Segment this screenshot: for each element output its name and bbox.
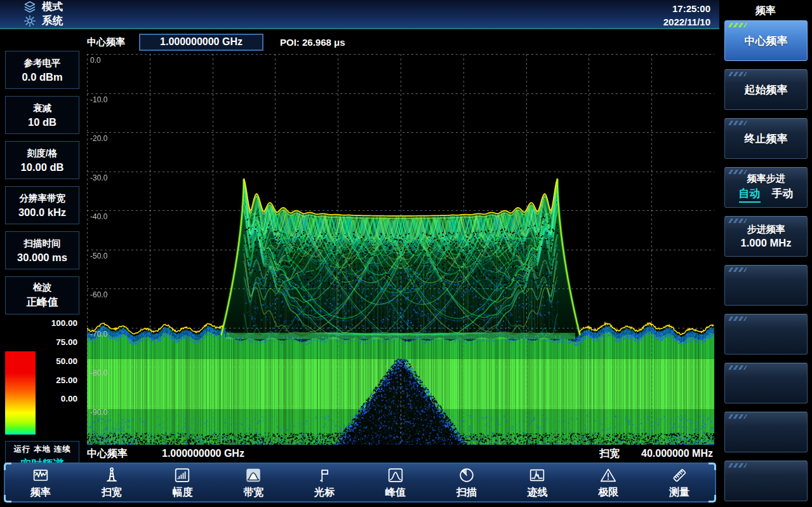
measure-icon bbox=[670, 466, 689, 485]
toolbar-button-label: 测量 bbox=[669, 486, 689, 499]
toolbar-button-label: 迹线 bbox=[527, 486, 547, 499]
span-icon bbox=[102, 466, 121, 485]
softkey-frequency-step-mode[interactable]: 频率步进自动手动 bbox=[724, 167, 808, 208]
center-frequency-bar: 中心频率 1.000000000 GHz POI: 26.968 μs bbox=[87, 30, 714, 53]
softkey-corner-stripes-icon bbox=[728, 414, 747, 419]
trace-icon bbox=[528, 466, 547, 485]
softkey-option-自动[interactable]: 自动 bbox=[739, 186, 761, 203]
colorbar-tick: 100.00 bbox=[38, 318, 77, 328]
toolbar-button-扫宽[interactable]: 扫宽 bbox=[76, 464, 147, 501]
softkey-panel-title: 频率 bbox=[719, 4, 812, 18]
amplitude-icon bbox=[173, 466, 192, 485]
softkey-step-frequency[interactable]: 步进频率1.000 MHz bbox=[724, 216, 808, 257]
readout-value: 10.00 dB bbox=[21, 161, 64, 173]
softkey-option-手动[interactable]: 手动 bbox=[772, 186, 794, 203]
readout-3: 刻度/格10.00 dB bbox=[5, 141, 79, 179]
y-axis-label: -80.0 bbox=[90, 368, 107, 377]
readout-label: 衰减 bbox=[33, 102, 51, 114]
poi-readout: POI: 26.968 μs bbox=[280, 37, 345, 48]
y-axis-label: -10.0 bbox=[90, 95, 107, 104]
toolbar-button-label: 峰值 bbox=[385, 486, 406, 499]
toolbar-button-label: 光标 bbox=[314, 486, 335, 499]
toolbar-corner-accent bbox=[4, 495, 11, 503]
toolbar-button-测量[interactable]: 测量 bbox=[644, 464, 715, 501]
y-axis-label: -90.0 bbox=[90, 408, 107, 417]
peak-icon bbox=[386, 466, 405, 485]
toolbar-button-label: 带宽 bbox=[243, 486, 263, 499]
menu-item-系统[interactable]: 系统 bbox=[23, 14, 63, 28]
colorbar-tick: 50.00 bbox=[38, 356, 77, 366]
softkey-corner-stripes-icon bbox=[728, 170, 747, 174]
toolbar-button-幅度[interactable]: 幅度 bbox=[147, 464, 218, 501]
colorbar-tick: 25.00 bbox=[38, 375, 77, 385]
toolbar-button-扫描[interactable]: 扫描 bbox=[431, 464, 502, 501]
softkey-start-frequency[interactable]: 起始频率 bbox=[724, 69, 808, 110]
spectrum-analyzer-app: 文件模式系统截屏 17:25:00 2022/11/10 中心频率 1.0000… bbox=[0, 0, 812, 507]
center-frequency-label: 中心频率 bbox=[87, 36, 125, 48]
softkey-center-frequency[interactable]: 中心频率 bbox=[724, 20, 808, 61]
softkey-blank-2 bbox=[724, 314, 808, 355]
readout-value: 30.000 ms bbox=[17, 252, 67, 264]
y-axis-label: 0.0 bbox=[90, 56, 101, 65]
run-status-text: 运行 本地 连续 bbox=[14, 444, 71, 455]
menu-item-label: 模式 bbox=[42, 0, 63, 14]
softkey-label: 中心频率 bbox=[745, 34, 788, 48]
readout-value: 10 dB bbox=[28, 116, 57, 128]
date-text: 2022/11/10 bbox=[663, 15, 710, 29]
softkey-corner-stripes-icon bbox=[728, 121, 747, 125]
softkey-corner-stripes-icon bbox=[728, 72, 747, 76]
softkey-corner-stripes-icon bbox=[728, 463, 747, 468]
readout-5: 扫描时间30.000 ms bbox=[5, 231, 79, 269]
y-axis-label: -30.0 bbox=[90, 173, 107, 182]
clock: 17:25:00 2022/11/10 bbox=[663, 2, 710, 29]
readout-label: 检波 bbox=[33, 281, 51, 294]
softkey-label: 频率步进 bbox=[747, 173, 785, 185]
y-axis-label: -40.0 bbox=[90, 212, 107, 221]
softkey-label: 步进频率 bbox=[747, 224, 785, 236]
toolbar-button-label: 扫宽 bbox=[102, 486, 122, 499]
toolbar-button-迹线[interactable]: 迹线 bbox=[502, 464, 573, 501]
softkey-blank-1 bbox=[724, 265, 808, 306]
toolbar-button-频率[interactable]: 频率 bbox=[5, 464, 76, 501]
readout-label: 分辨率带宽 bbox=[19, 193, 65, 205]
menu-item-模式[interactable]: 模式 bbox=[23, 0, 63, 14]
footer-center-frequency-value: 1.000000000 GHz bbox=[162, 448, 244, 459]
time-text: 17:25:00 bbox=[663, 2, 710, 15]
softkey-corner-stripes-icon bbox=[728, 23, 747, 27]
mode-icon bbox=[23, 0, 37, 14]
bandwidth-icon bbox=[244, 466, 263, 485]
readout-1: 参考电平0.0 dBm bbox=[5, 51, 79, 89]
softkey-label: 终止频率 bbox=[745, 132, 788, 146]
density-colorbar bbox=[5, 351, 36, 435]
function-toolbar: 频率扫宽幅度带宽光标峰值扫描迹线极限测量 bbox=[4, 463, 716, 503]
toolbar-button-峰值[interactable]: 峰值 bbox=[360, 464, 431, 501]
footer-span-label: 扫宽 bbox=[599, 447, 620, 461]
toolbar-button-带宽[interactable]: 带宽 bbox=[218, 464, 289, 501]
center-frequency-input[interactable]: 1.000000000 GHz bbox=[139, 34, 263, 51]
softkey-corner-stripes-icon bbox=[728, 219, 747, 223]
y-axis-label: -20.0 bbox=[90, 134, 107, 143]
toolbar-button-极限[interactable]: 极限 bbox=[573, 464, 644, 501]
y-axis-label: -50.0 bbox=[90, 252, 107, 260]
softkey-blank-5 bbox=[724, 461, 808, 501]
readout-value: 0.0 dBm bbox=[22, 71, 62, 83]
softkey-blank-4 bbox=[724, 412, 808, 452]
limit-icon bbox=[599, 466, 618, 485]
y-axis-label: -70.0 bbox=[90, 330, 107, 339]
toolbar-corner-accent bbox=[709, 495, 716, 503]
softkey-options: 自动手动 bbox=[739, 186, 794, 203]
footer-center-frequency-label: 中心频率 bbox=[87, 447, 128, 461]
settings-readout-panel: 参考电平0.0 dBm衰减10 dB刻度/格10.00 dB分辨率带宽300.0… bbox=[0, 29, 83, 507]
y-axis-label: -60.0 bbox=[90, 290, 107, 299]
toolbar-button-光标[interactable]: 光标 bbox=[289, 464, 360, 501]
readout-value: 300.0 kHz bbox=[18, 206, 66, 219]
sweep-icon bbox=[457, 466, 476, 485]
persistence-spectrum-canvas bbox=[87, 54, 714, 445]
softkey-label: 起始频率 bbox=[745, 83, 788, 97]
plot-footer: 中心频率 1.000000000 GHz 扫宽 40.000000 MHz bbox=[87, 445, 714, 462]
toolbar-corner-accent bbox=[4, 463, 11, 470]
softkey-corner-stripes-icon bbox=[728, 316, 747, 321]
softkey-stop-frequency[interactable]: 终止频率 bbox=[724, 118, 808, 159]
toolbar-corner-accent bbox=[709, 463, 716, 470]
colorbar-tick: 75.00 bbox=[38, 337, 77, 347]
